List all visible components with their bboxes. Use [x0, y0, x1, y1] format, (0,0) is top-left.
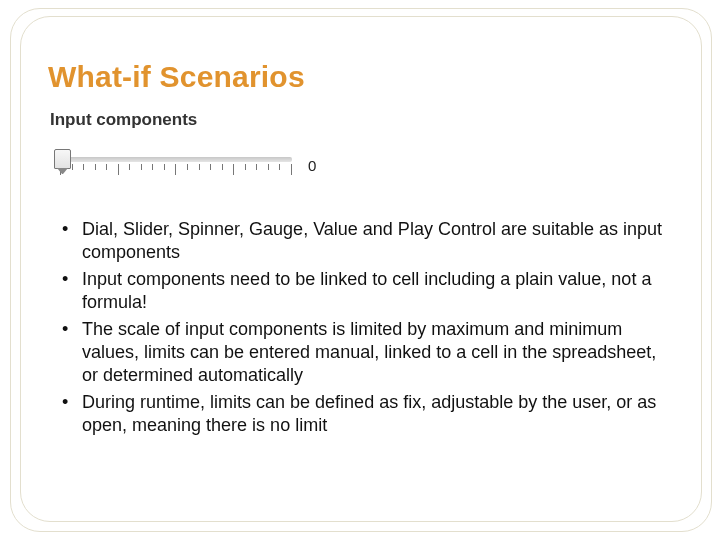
slide: What-if Scenarios Input components 0 Dia…	[0, 0, 720, 540]
slider-value: 0	[308, 157, 316, 174]
list-item: Input components need to be linked to ce…	[58, 268, 672, 314]
list-item: During runtime, limits can be defined as…	[58, 391, 672, 437]
slider-track	[56, 157, 292, 162]
slider-thumb-icon[interactable]	[54, 149, 71, 169]
slider-area: 0	[54, 146, 692, 184]
slider-ticks	[60, 164, 292, 180]
bullet-list: Dial, Slider, Spinner, Gauge, Value and …	[58, 218, 672, 437]
slide-title: What-if Scenarios	[48, 60, 692, 94]
slider-input[interactable]	[54, 146, 294, 184]
list-item: Dial, Slider, Spinner, Gauge, Value and …	[58, 218, 672, 264]
list-item: The scale of input components is limited…	[58, 318, 672, 387]
slide-subtitle: Input components	[50, 110, 692, 130]
